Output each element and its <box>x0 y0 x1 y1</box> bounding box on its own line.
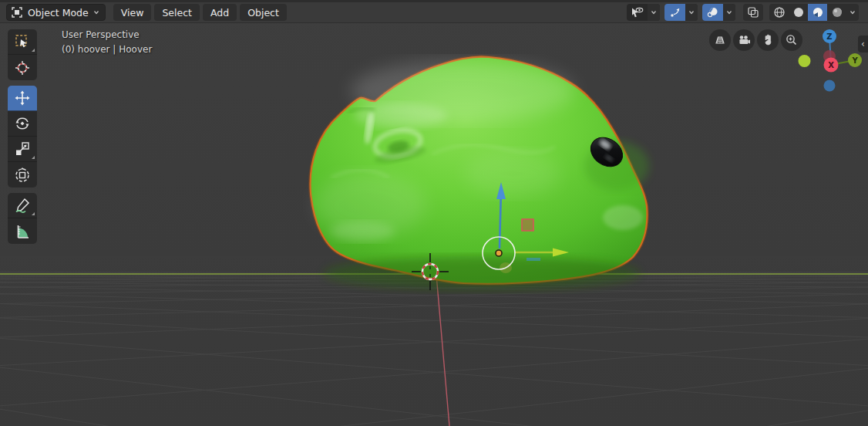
slime-sheen <box>315 172 426 237</box>
menu-select[interactable]: Select <box>154 4 200 21</box>
pebble[interactable] <box>585 132 627 173</box>
hand-icon <box>761 33 775 47</box>
grid-plane-icon <box>713 33 727 47</box>
slime-right-shade <box>584 141 649 191</box>
gizmo-x-handle[interactable] <box>500 262 512 273</box>
tool-measure[interactable] <box>8 218 37 244</box>
overlays-icon <box>706 6 719 19</box>
menu-view[interactable]: View <box>113 4 152 21</box>
mode-selector-dropdown[interactable]: Object Mode <box>6 4 106 21</box>
submenu-marker <box>32 49 35 52</box>
scale-icon <box>14 140 31 157</box>
slime-bottom-shade <box>324 256 640 290</box>
collapse-chevron-icon: ‹ <box>861 39 865 49</box>
axis-neg-z-ball[interactable] <box>824 80 836 92</box>
show-overlays-dropdown[interactable] <box>723 4 735 21</box>
svg-text:Z: Z <box>826 32 832 41</box>
menu-add[interactable]: Add <box>203 4 237 21</box>
rendered-icon <box>831 6 843 19</box>
slime-object[interactable] <box>311 56 649 290</box>
navigation-gizmo[interactable]: Z Y X <box>798 26 867 96</box>
rotate-icon <box>14 115 31 132</box>
slime-sheen <box>330 221 395 242</box>
active-object-label: (0) hoover | Hoover <box>62 44 152 55</box>
tool-select-box[interactable] <box>8 29 37 55</box>
chevron-down-icon <box>726 9 732 15</box>
horn-crease <box>348 108 375 113</box>
toggle-xray-button[interactable] <box>743 4 763 21</box>
orthographic-toggle-button[interactable] <box>709 29 731 51</box>
object-type-visibility-dropdown[interactable] <box>648 4 660 21</box>
axis-z-ball[interactable]: Z <box>823 29 836 43</box>
tool-annotate[interactable] <box>8 193 37 218</box>
slime-streak <box>331 170 389 178</box>
viewport-scene[interactable] <box>0 0 868 426</box>
gizmo-y-arrowhead[interactable] <box>553 248 569 257</box>
magnifier-plus-icon <box>785 33 799 47</box>
tool-transform[interactable] <box>8 162 37 188</box>
object-origin[interactable] <box>496 250 502 256</box>
topbar-sliver <box>0 0 868 2</box>
gizmo-plane-yz[interactable] <box>527 258 540 261</box>
show-gizmo-toggle[interactable] <box>664 4 685 21</box>
submenu-marker <box>32 212 35 215</box>
svg-text:X: X <box>828 61 834 69</box>
camera-icon <box>737 33 751 47</box>
solid-icon <box>792 6 805 19</box>
tool-cursor[interactable] <box>8 55 37 80</box>
slime-sheen <box>465 150 560 197</box>
visibility-eye-cursor-icon <box>631 7 644 19</box>
chevron-down-icon <box>651 9 657 15</box>
axis-x-ball[interactable]: X <box>824 58 839 73</box>
show-overlays-control <box>702 4 735 21</box>
tool-move[interactable] <box>8 86 37 111</box>
menu-object[interactable]: Object <box>240 4 287 21</box>
select-box-icon <box>14 33 31 50</box>
viewport-shading-group <box>769 4 859 21</box>
chevron-down-icon <box>688 9 695 15</box>
camera-view-button[interactable] <box>733 29 755 51</box>
annotate-pencil-icon <box>14 197 31 214</box>
gizmo-icon <box>669 6 681 19</box>
axis-neg-y-ball[interactable] <box>799 55 811 67</box>
viewport-header: Object Mode View Select Add Object <box>0 2 868 23</box>
xray-icon <box>747 6 759 19</box>
perspective-label: User Perspective <box>62 29 140 40</box>
show-overlays-toggle[interactable] <box>702 4 723 21</box>
pan-view-button[interactable] <box>757 29 779 51</box>
3d-cursor <box>412 253 449 290</box>
horn-highlight <box>363 112 375 145</box>
toolbar <box>8 29 37 249</box>
show-gizmo-dropdown[interactable] <box>685 4 698 21</box>
selection-glow <box>311 56 648 283</box>
sidebar-toggle[interactable]: ‹ <box>858 36 868 52</box>
blender-3d-viewport: Object Mode View Select Add Object <box>0 0 868 426</box>
donut-bump <box>369 126 427 166</box>
move-gizmo[interactable] <box>483 182 569 273</box>
measure-icon <box>14 223 31 240</box>
grid-horizon-fade <box>0 256 868 279</box>
slime-sheen <box>603 205 643 230</box>
object-type-visibility-button[interactable] <box>627 4 648 21</box>
shading-material-preview-button[interactable] <box>808 4 827 21</box>
transform-icon <box>14 167 31 184</box>
axis-y-ball[interactable]: Y <box>848 53 862 67</box>
shading-wireframe-button[interactable] <box>769 4 789 21</box>
tool-rotate[interactable] <box>8 111 37 137</box>
shading-rendered-button[interactable] <box>827 4 846 21</box>
shading-solid-button[interactable] <box>789 4 808 21</box>
wireframe-icon <box>773 6 786 19</box>
floor-grid <box>0 272 868 426</box>
viewport-background <box>0 0 868 426</box>
svg-text:Y: Y <box>851 56 858 65</box>
chevron-down-icon <box>93 9 99 15</box>
tool-scale[interactable] <box>8 137 37 162</box>
gizmo-plane-xz[interactable] <box>522 219 533 231</box>
gizmo-z-arrowhead[interactable] <box>496 182 506 199</box>
view-controls <box>709 29 805 51</box>
slime-body[interactable] <box>311 56 648 283</box>
slime-sheen <box>355 103 447 128</box>
gizmo-z-axis[interactable] <box>500 190 501 248</box>
gizmo-free-move-ring[interactable] <box>483 237 515 269</box>
shading-dropdown[interactable] <box>846 4 859 21</box>
